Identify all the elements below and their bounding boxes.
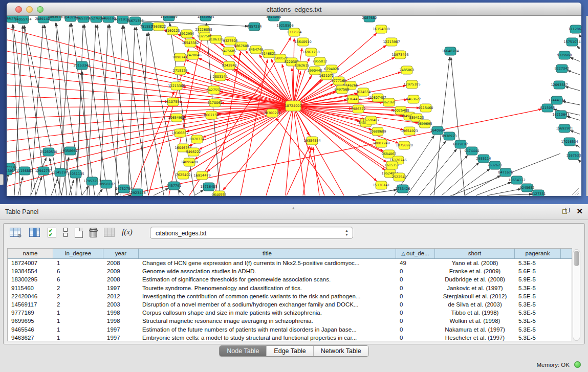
- table-cell[interactable]: Hescheler et al. (1997): [435, 334, 515, 342]
- table-row[interactable]: 946362711997Embryonic stem cells: a mode…: [8, 334, 572, 342]
- column-header-name[interactable]: name: [8, 249, 53, 258]
- table-row[interactable]: 1830029562008Estimation of significance …: [8, 275, 572, 283]
- table-cell[interactable]: 49: [396, 259, 435, 267]
- table-row[interactable]: 1456911722003Disruption of a novel membe…: [8, 300, 572, 309]
- table-cell[interactable]: Genome-wide association studies in ADHD.: [139, 267, 396, 275]
- table-cell[interactable]: 2003: [103, 300, 139, 309]
- table-cell[interactable]: 1: [53, 325, 103, 334]
- table-cell[interactable]: 0: [396, 317, 435, 325]
- table-cell[interactable]: Estimation of the future numbers of pati…: [139, 325, 396, 334]
- table-selector-dropdown[interactable]: citations_edges.txt ▲▼: [150, 227, 353, 239]
- table-cell[interactable]: 18300295: [8, 275, 53, 283]
- column-header-short[interactable]: short: [435, 249, 515, 258]
- table-cell[interactable]: Estimation of significance thresholds fo…: [139, 275, 396, 283]
- table-row[interactable]: 977716911998Corpus callosum shape and si…: [8, 309, 572, 317]
- table-cell[interactable]: 6: [53, 275, 103, 283]
- table-cell[interactable]: 2: [53, 300, 103, 309]
- table-cell[interactable]: Changes of HCN gene expression and I(f) …: [139, 259, 396, 267]
- table-cell[interactable]: Yano et al. (2008): [435, 259, 515, 267]
- table-cell[interactable]: Tourette syndrome. Phenomenology and cla…: [139, 284, 396, 292]
- hidden-panel-handle[interactable]: [0, 174, 4, 185]
- table-cell[interactable]: 6: [53, 267, 103, 275]
- table-cell[interactable]: 5.3E-5: [515, 334, 561, 342]
- table-cell[interactable]: 9465546: [8, 325, 53, 334]
- new-table-icon[interactable]: [75, 228, 83, 238]
- table-cell[interactable]: Jankovic et al. (1997): [435, 284, 515, 292]
- column-header-year[interactable]: year: [103, 249, 139, 258]
- table-cell[interactable]: 5.9E-5: [515, 275, 561, 283]
- table-cell[interactable]: Investigating the contribution of common…: [139, 292, 396, 300]
- table-cell[interactable]: 1997: [103, 325, 139, 334]
- table-cell[interactable]: 19384554: [8, 267, 53, 275]
- row-height-icon[interactable]: [63, 228, 68, 237]
- table-cell[interactable]: 1: [53, 334, 103, 342]
- column-header-in-degree[interactable]: in_degree: [53, 249, 103, 258]
- table-cell[interactable]: 1: [53, 309, 103, 317]
- table-row[interactable]: 1872400712008Changes of HCN gene express…: [8, 259, 572, 267]
- table-cell[interactable]: 0: [396, 325, 435, 334]
- table-cell[interactable]: 0: [396, 292, 435, 300]
- table-cell[interactable]: 2: [53, 284, 103, 292]
- select-columns-icon[interactable]: ✔✔: [48, 228, 56, 237]
- scrollbar-thumb[interactable]: [574, 251, 579, 266]
- float-panel-icon[interactable]: [562, 208, 571, 216]
- column-header-out-de-[interactable]: △out_de...: [396, 249, 435, 258]
- table-cell[interactable]: 1: [53, 317, 103, 325]
- table-cell[interactable]: Nakamura et al. (1997): [435, 325, 515, 334]
- table-cell[interactable]: 0: [396, 284, 435, 292]
- results-panel-edge[interactable]: [586, 16, 588, 196]
- table-cell[interactable]: 2008: [103, 259, 139, 267]
- table-cell[interactable]: 1: [53, 259, 103, 267]
- table-cell[interactable]: 0: [396, 309, 435, 317]
- table-cell[interactable]: 2012: [103, 292, 139, 300]
- table-cell[interactable]: Embryonic stem cells: a model to study s…: [139, 334, 396, 342]
- table-cell[interactable]: Structural magnetic resonance image aver…: [139, 317, 396, 325]
- delete-table-icon[interactable]: [90, 228, 97, 237]
- table-cell[interactable]: 5.3E-5: [515, 300, 561, 309]
- table-cell[interactable]: Franke et al. (2009): [435, 267, 515, 275]
- function-builder-icon[interactable]: f(x): [122, 228, 133, 236]
- table-cell[interactable]: 0: [396, 334, 435, 342]
- memory-status-icon[interactable]: [574, 361, 581, 368]
- table-cell[interactable]: 9777169: [8, 309, 53, 317]
- column-header-title[interactable]: title: [139, 249, 396, 258]
- table-cell[interactable]: Stergiakouli et al. (2012): [435, 292, 515, 300]
- table-cell[interactable]: 22420046: [8, 292, 53, 300]
- window-titlebar[interactable]: citations_edges.txt: [7, 3, 581, 16]
- close-panel-icon[interactable]: ✕: [576, 207, 583, 216]
- table-cell[interactable]: 1998: [103, 317, 139, 325]
- table-cell[interactable]: 0: [396, 267, 435, 275]
- table-cell[interactable]: 1998: [103, 309, 139, 317]
- table-cell[interactable]: Tibbo et al. (1998): [435, 309, 515, 317]
- table-cell[interactable]: 5.3E-5: [515, 309, 561, 317]
- table-cell[interactable]: 2008: [103, 275, 139, 283]
- table-cell[interactable]: Dudbridge et al. (2008): [435, 275, 515, 283]
- table-cell[interactable]: 0: [396, 300, 435, 309]
- table-cell[interactable]: 9115460: [8, 284, 53, 292]
- table-cell[interactable]: 1997: [103, 284, 139, 292]
- panel-resize-grip[interactable]: ▴: [292, 205, 296, 209]
- table-row[interactable]: 2242004622012Investigating the contribut…: [8, 292, 572, 300]
- tab-network-table[interactable]: Network Table: [313, 346, 368, 356]
- column-header-pagerank[interactable]: pagerank: [515, 249, 561, 258]
- table-cell[interactable]: 2009: [103, 267, 139, 275]
- table-row[interactable]: 969969511998Structural magnetic resonanc…: [8, 317, 572, 325]
- table-cell[interactable]: 5.3E-5: [515, 325, 561, 334]
- table-cell[interactable]: 5.3E-5: [515, 317, 561, 325]
- table-cell[interactable]: 1997: [103, 334, 139, 342]
- table-cell[interactable]: 14569117: [8, 300, 53, 309]
- table-row[interactable]: 1938455462009Genome-wide association stu…: [8, 267, 572, 275]
- table-cell[interactable]: 9463627: [8, 334, 53, 342]
- table-cell[interactable]: 2: [53, 292, 103, 300]
- vertical-scrollbar[interactable]: [573, 249, 580, 341]
- network-canvas[interactable]: 1662753140557242089140618936741043792106…: [7, 16, 581, 196]
- table-cell[interactable]: 5.5E-5: [515, 292, 561, 300]
- table-cell[interactable]: Disruption of a novel member of a sodium…: [139, 300, 396, 309]
- table-cell[interactable]: 9699695: [8, 317, 53, 325]
- table-mode-icon[interactable]: ⚙: [10, 228, 20, 237]
- table-cell[interactable]: Corpus callosum shape and size in male p…: [139, 309, 396, 317]
- table-cell[interactable]: 5.3E-5: [515, 284, 561, 292]
- table-cell[interactable]: Wolkin et al. (1998): [435, 317, 515, 325]
- show-column-icon[interactable]: [29, 228, 40, 237]
- tab-edge-table[interactable]: Edge Table: [266, 346, 313, 356]
